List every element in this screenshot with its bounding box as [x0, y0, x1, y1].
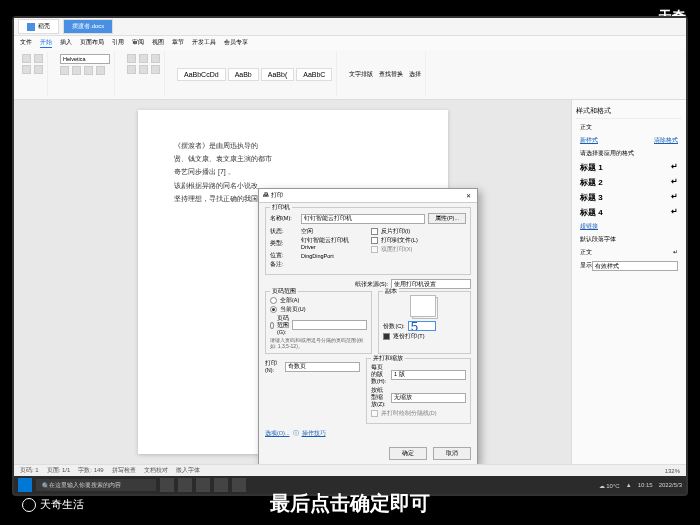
spacing-icon[interactable]: [139, 65, 148, 74]
find-replace-btn[interactable]: 查找替换: [379, 70, 403, 79]
printer-where: DingDingPort: [301, 253, 334, 259]
copy-icon[interactable]: [22, 65, 31, 74]
text-layout-btn[interactable]: 文字排版: [349, 70, 373, 79]
strike-icon[interactable]: [96, 66, 105, 75]
range-group: 页码范围 全部(A) 当前页(U) 页码范围(G): 请键入页码和/或用逗号分隔…: [265, 291, 372, 354]
align-icon[interactable]: [127, 65, 136, 74]
style-item[interactable]: 超链接: [576, 220, 682, 233]
italic-icon[interactable]: [72, 66, 81, 75]
style-item[interactable]: 标题 4↵: [576, 205, 682, 220]
choose-hint: 请选择要应用的格式: [576, 147, 682, 160]
show-select[interactable]: [592, 261, 678, 271]
fill-icon[interactable]: [151, 65, 160, 74]
pages-radio[interactable]: [270, 322, 274, 329]
status-embed[interactable]: 嵌入字体: [176, 466, 200, 475]
panel-title: 样式和格式: [576, 104, 682, 119]
status-compat[interactable]: 文档校对: [144, 466, 168, 475]
tab-document[interactable]: 摆渡者.docx: [63, 19, 113, 34]
menu-insert[interactable]: 插入: [60, 38, 72, 48]
tofile-checkbox[interactable]: [371, 237, 378, 244]
select-btn[interactable]: 选择: [409, 70, 421, 79]
zoom-value[interactable]: 132%: [665, 468, 680, 474]
weather[interactable]: ☁ 10°C: [599, 482, 620, 489]
print-dialog: 🖶 打印 ✕ 打印机 名称(M):属性(P)... 状态:空闲 类型:钉钉智能云…: [258, 188, 478, 464]
scale-select[interactable]: [391, 393, 466, 403]
tips-link[interactable]: 操作技巧: [302, 430, 326, 437]
menu-vip[interactable]: 会员专享: [224, 38, 248, 48]
paste-icon[interactable]: [22, 54, 31, 63]
underline-icon[interactable]: [84, 66, 93, 75]
style-h1[interactable]: AaBb: [228, 68, 259, 81]
duplex-checkbox: [371, 246, 378, 253]
style-h3[interactable]: AaBbC: [296, 68, 332, 81]
drawlines-checkbox: [371, 410, 378, 417]
title-tabs: 稻壳 摆渡者.docx: [14, 18, 686, 36]
style-h2[interactable]: AaBb(: [261, 68, 294, 81]
style-item[interactable]: 标题 1↵: [576, 160, 682, 175]
wps-app: 稻壳 摆渡者.docx 文件 开始 插入 页面布局 引用 审阅 视图 章节 开发…: [14, 18, 686, 494]
numlist-icon[interactable]: [139, 54, 148, 63]
menu-view[interactable]: 视图: [152, 38, 164, 48]
printer-name-select[interactable]: [301, 214, 425, 224]
menu-bar: 文件 开始 插入 页面布局 引用 审阅 视图 章节 开发工具 会员专享: [14, 36, 686, 50]
format-icon[interactable]: [34, 65, 43, 74]
para: 《摆渡者》是由周迅执导的: [164, 140, 422, 151]
para: 贤、钱文康、袁文康主演的都市: [164, 153, 422, 164]
dialog-title: 🖶 打印: [263, 191, 283, 200]
style-item[interactable]: 标题 2↵: [576, 175, 682, 190]
styles-panel: 样式和格式 正文 新样式清除格式 请选择要应用的格式 标题 1↵ 标题 2↵ 标…: [571, 100, 686, 464]
para: 奇艺同步播出 [7] 。: [164, 166, 422, 177]
style-item[interactable]: 标题 3↵: [576, 190, 682, 205]
menu-dev[interactable]: 开发工具: [192, 38, 216, 48]
current-style: 正文: [576, 121, 682, 134]
clock[interactable]: 10:15: [638, 482, 653, 488]
status-spell[interactable]: 拼写检查: [112, 466, 136, 475]
cancel-button[interactable]: 取消: [433, 447, 471, 460]
subtitle-text: 最后点击确定即可: [0, 490, 700, 517]
new-style-link[interactable]: 新样式: [580, 136, 598, 145]
monitor-frame: 稻壳 摆渡者.docx 文件 开始 插入 页面布局 引用 审阅 视图 章节 开发…: [12, 16, 688, 496]
printer-group: 打印机 名称(M):属性(P)... 状态:空闲 类型:钉钉智能云打印机 Dri…: [265, 207, 471, 275]
content-area: 《摆渡者》是由周迅执导的 贤、钱文康、袁文康主演的都市 奇艺同步播出 [7] 。…: [14, 100, 686, 464]
properties-button[interactable]: 属性(P)...: [428, 213, 466, 224]
range-hint: 请键入页码和/或用逗号分隔的页码范围(例如: 1,3,5-12)。: [270, 337, 367, 349]
status-page: 页码: 1: [20, 466, 39, 475]
indent-icon[interactable]: [151, 54, 160, 63]
collate-icon: [412, 297, 438, 319]
current-radio[interactable]: [270, 306, 277, 313]
paper-source-select[interactable]: [391, 279, 471, 289]
tab-home[interactable]: 稻壳: [18, 19, 59, 34]
clear-format-link[interactable]: 清除格式: [654, 136, 678, 145]
style-item[interactable]: 默认段落字体: [576, 233, 682, 246]
cut-icon[interactable]: [34, 54, 43, 63]
status-pages: 页面: 1/1: [47, 466, 71, 475]
status-bar: 页码: 1 页面: 1/1 字数: 149 拼写检查 文档校对 嵌入字体 132…: [14, 464, 686, 476]
list-icon[interactable]: [127, 54, 136, 63]
printer-type: 钉钉智能云打印机 Driver: [301, 237, 365, 250]
all-radio[interactable]: [270, 297, 277, 304]
style-item[interactable]: 正文↵: [576, 246, 682, 259]
options-link[interactable]: 选项(O)...: [265, 430, 290, 437]
bold-icon[interactable]: [60, 66, 69, 75]
close-icon[interactable]: ✕: [463, 192, 473, 199]
show-label: 显示: [580, 261, 592, 271]
font-name-input[interactable]: [60, 54, 110, 64]
print-what-select[interactable]: [285, 362, 360, 372]
printer-status: 空闲: [301, 228, 313, 235]
ribbon: AaBbCcDd AaBb AaBb( AaBbC 文字排版 查找替换 选择: [14, 50, 686, 100]
menu-start[interactable]: 开始: [40, 38, 52, 48]
menu-review[interactable]: 审阅: [132, 38, 144, 48]
menu-ref[interactable]: 引用: [112, 38, 124, 48]
menu-section[interactable]: 章节: [172, 38, 184, 48]
tray[interactable]: ▲: [626, 482, 632, 488]
ok-button[interactable]: 确定: [389, 447, 427, 460]
menu-file[interactable]: 文件: [20, 38, 32, 48]
menu-layout[interactable]: 页面布局: [80, 38, 104, 48]
copies-spinner[interactable]: [408, 321, 436, 331]
status-words: 字数: 149: [78, 466, 103, 475]
reverse-checkbox[interactable]: [371, 228, 378, 235]
collate-checkbox[interactable]: [383, 333, 390, 340]
pages-input[interactable]: [292, 320, 367, 330]
style-normal[interactable]: AaBbCcDd: [177, 68, 226, 81]
per-sheet-select[interactable]: [391, 370, 466, 380]
